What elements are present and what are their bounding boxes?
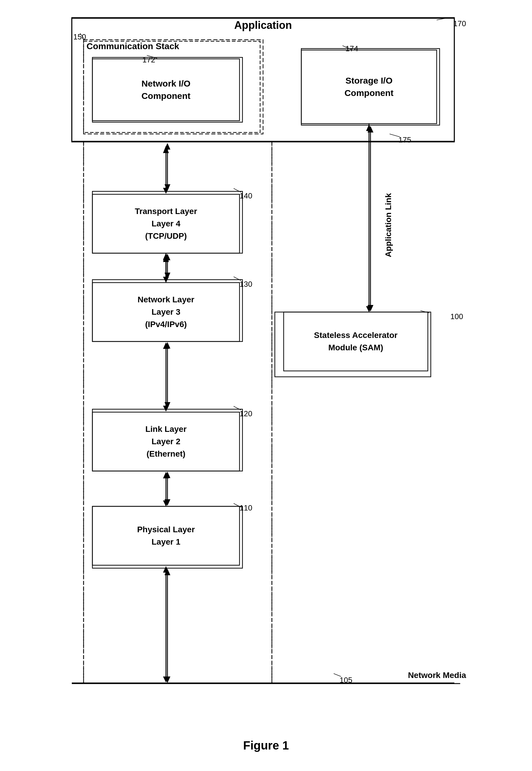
network-io-label: Network I/OComponent — [92, 59, 240, 121]
ref-120: 120 — [240, 409, 252, 418]
application-label: Application — [72, 19, 454, 31]
svg-marker-45 — [164, 143, 170, 149]
svg-marker-57 — [164, 569, 170, 575]
svg-marker-14 — [163, 188, 169, 194]
svg-marker-20 — [163, 277, 169, 282]
figure-caption: Figure 1 — [243, 739, 289, 752]
svg-marker-12 — [163, 146, 169, 153]
network-layer-label: Network LayerLayer 3(IPv4/IPv6) — [92, 282, 240, 341]
ref-150: 150 — [73, 32, 86, 41]
svg-marker-23 — [163, 406, 169, 412]
svg-marker-51 — [164, 342, 170, 348]
transport-layer-label: Transport LayerLayer 4(TCP/UDP) — [92, 194, 240, 253]
network-media-label: Network Media — [408, 671, 466, 680]
physical-layer-label: Physical LayerLayer 1 — [92, 506, 240, 565]
ref-140: 140 — [240, 191, 252, 200]
ref-110: 110 — [240, 504, 252, 513]
svg-marker-52 — [164, 402, 170, 409]
svg-marker-58 — [164, 677, 170, 683]
svg-marker-29 — [163, 677, 169, 682]
svg-marker-61 — [368, 305, 373, 311]
svg-marker-48 — [164, 254, 170, 260]
svg-marker-24 — [163, 472, 169, 479]
sam-label: Stateless AcceleratorModule (SAM) — [284, 312, 428, 371]
svg-marker-32 — [366, 306, 372, 312]
svg-marker-54 — [164, 472, 170, 478]
svg-marker-18 — [163, 254, 169, 260]
ref-170: 170 — [453, 19, 466, 28]
svg-marker-17 — [163, 253, 169, 260]
svg-marker-55 — [164, 499, 170, 506]
comm-stack-label: Communication Stack — [87, 41, 179, 51]
storage-io-label: Storage I/OComponent — [301, 50, 437, 124]
svg-marker-26 — [163, 501, 169, 506]
application-link-label: Application Link — [384, 138, 393, 312]
svg-marker-31 — [366, 124, 372, 131]
diagram-wrapper: Application 170 150 Communication Stack … — [60, 12, 472, 733]
ref-105: 105 — [340, 676, 352, 685]
svg-marker-49 — [164, 272, 170, 279]
svg-marker-27 — [163, 566, 169, 573]
svg-marker-15 — [163, 255, 169, 262]
svg-marker-46 — [164, 184, 170, 191]
svg-marker-21 — [163, 342, 169, 349]
ref-175: 175 — [398, 135, 411, 144]
ref-130: 130 — [240, 280, 252, 289]
ref-100: 100 — [450, 312, 463, 321]
svg-marker-60 — [368, 126, 373, 132]
link-layer-label: Link LayerLayer 2(Ethernet) — [92, 412, 240, 471]
